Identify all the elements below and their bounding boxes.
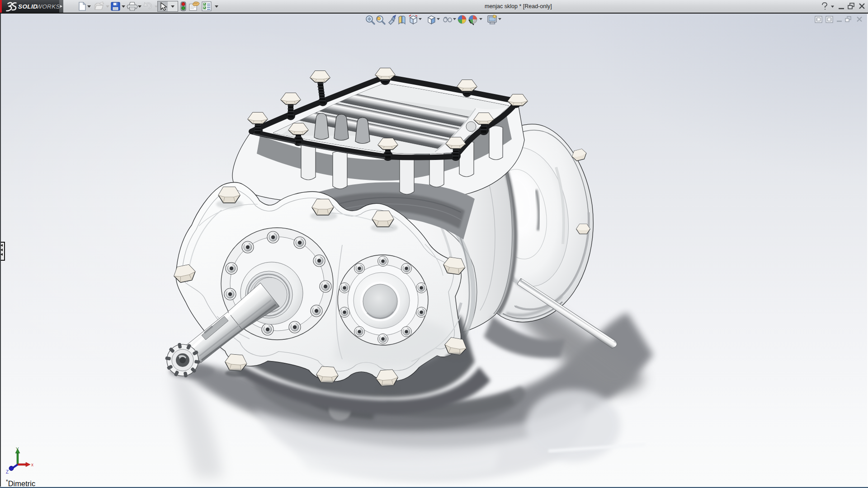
svg-text:Z: Z (6, 469, 9, 474)
svg-text:x: x (31, 462, 33, 467)
